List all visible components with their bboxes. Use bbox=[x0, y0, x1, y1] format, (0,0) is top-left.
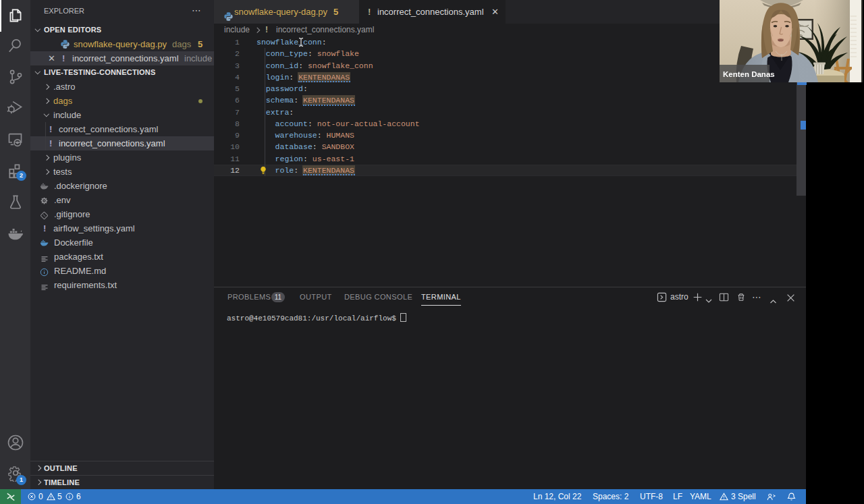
svg-text:Kenten Danas: Kenten Danas bbox=[723, 70, 775, 78]
